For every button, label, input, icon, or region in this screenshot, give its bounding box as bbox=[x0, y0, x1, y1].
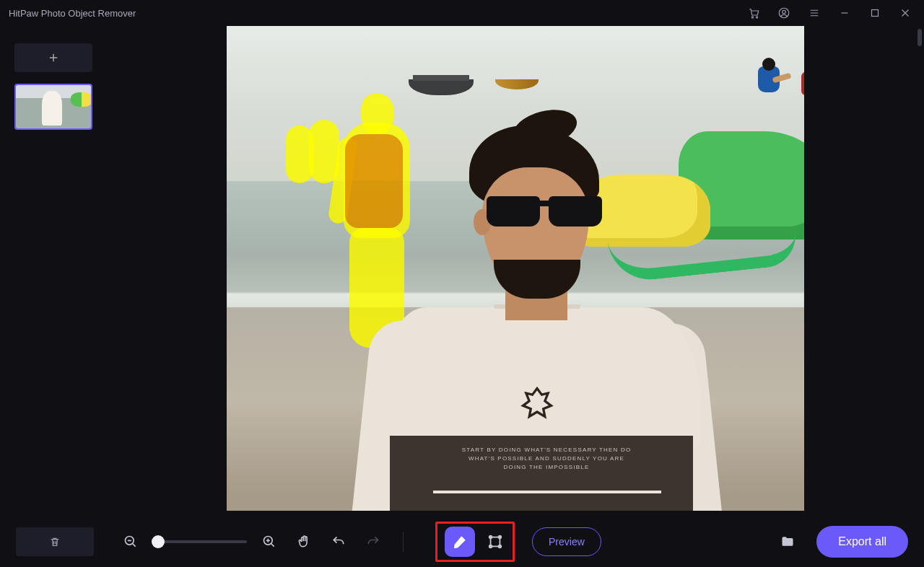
scene-subject: Start by doing what's necessary then do … bbox=[397, 126, 758, 511]
svg-point-0 bbox=[751, 17, 753, 18]
preview-button[interactable]: Preview bbox=[532, 527, 601, 556]
undo-button[interactable] bbox=[326, 529, 351, 554]
add-image-button[interactable] bbox=[14, 43, 92, 72]
svg-rect-4 bbox=[872, 10, 879, 17]
scene-rider bbox=[757, 58, 788, 102]
svg-point-1 bbox=[756, 17, 757, 18]
tool-group-highlight bbox=[435, 522, 515, 562]
scrollbar-thumb[interactable] bbox=[918, 29, 922, 46]
scene-rider-2 bbox=[798, 65, 804, 108]
menu-icon[interactable] bbox=[801, 0, 827, 26]
titlebar: HitPaw Photo Object Remover bbox=[0, 0, 924, 26]
zoom-in-button[interactable] bbox=[257, 529, 282, 554]
svg-point-11 bbox=[499, 545, 502, 548]
maximize-icon[interactable] bbox=[862, 0, 888, 26]
zoom-out-button[interactable] bbox=[118, 529, 143, 554]
output-folder-button[interactable] bbox=[775, 529, 801, 555]
svg-point-9 bbox=[499, 536, 502, 539]
cart-icon[interactable] bbox=[741, 0, 767, 26]
svg-point-8 bbox=[489, 536, 492, 539]
sidebar bbox=[0, 26, 107, 517]
thumbnail-image bbox=[16, 85, 91, 128]
minimize-icon[interactable] bbox=[832, 0, 858, 26]
toolbar-divider bbox=[403, 532, 404, 552]
canvas[interactable]: Start by doing what's necessary then do … bbox=[227, 26, 804, 511]
shirt-text: Start by doing what's necessary then do … bbox=[459, 446, 634, 472]
export-all-button[interactable]: Export all bbox=[816, 526, 908, 558]
selection-frame-tool-button[interactable] bbox=[485, 532, 505, 552]
zoom-slider[interactable] bbox=[153, 540, 247, 543]
shirt-logo bbox=[517, 384, 557, 421]
delete-button[interactable] bbox=[16, 527, 94, 556]
svg-point-10 bbox=[489, 545, 492, 548]
canvas-area: Start by doing what's necessary then do … bbox=[107, 26, 924, 517]
svg-point-3 bbox=[783, 10, 786, 14]
brush-tool-button[interactable] bbox=[445, 527, 475, 557]
redo-button[interactable] bbox=[361, 529, 385, 554]
bottom-toolbar: Preview Export all bbox=[0, 517, 924, 567]
zoom-slider-thumb[interactable] bbox=[152, 535, 165, 548]
close-icon[interactable] bbox=[892, 0, 918, 26]
main: Start by doing what's necessary then do … bbox=[0, 26, 924, 517]
app-title: HitPaw Photo Object Remover bbox=[9, 8, 136, 19]
account-icon[interactable] bbox=[771, 0, 797, 26]
pan-hand-button[interactable] bbox=[292, 529, 316, 554]
thumbnail-selected[interactable] bbox=[14, 84, 92, 130]
titlebar-right bbox=[741, 0, 918, 26]
